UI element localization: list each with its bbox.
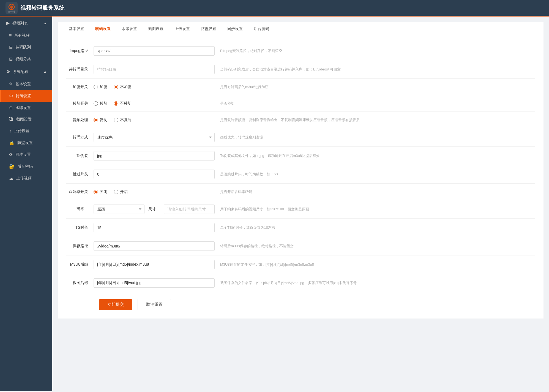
sidebar-item-label: 转码队列 (15, 45, 31, 50)
radio-encrypt-yes[interactable]: 加密 (94, 85, 107, 89)
sidebar-item-upload-settings[interactable]: ↑ 上传设置 (0, 125, 52, 137)
hint-pending-dir: 当转码队列完成后，会自动对该目录进行转码并入库，如：E:/videos/ 可留空 (215, 67, 535, 72)
radio-dual-on[interactable]: 开启 (114, 189, 128, 194)
hint-screenshot-suffix: 截图保存的文件名字，如：[年]/[月]/[日]/[md5]/vod.jpg，多张… (215, 281, 535, 285)
control-ts-duration (94, 223, 215, 232)
hint-ffmpeg-path: Ffmpeg安装路径，绝对路径，不能留空 (215, 48, 535, 53)
form-row-dual-bitrate: 双码率开关 关闭 开启 是否开启多码率转码 (66, 184, 535, 200)
hint-encrypt: 是否对转码后的m3u8进行加密 (215, 85, 535, 89)
hint-bitrate-one: 用于约束转码后的视频尺寸，如320x180，留空则是原画 (215, 207, 535, 212)
input-screenshot-suffix[interactable] (94, 278, 215, 288)
control-m3u8-suffix (94, 260, 215, 269)
sidebar-item-transcode-queue[interactable]: ⊞ 转码队列 (0, 41, 52, 53)
radio-audio-nocopy-input[interactable] (114, 118, 118, 122)
sidebar-item-all-videos[interactable]: ≡ 所有视频 (0, 30, 52, 41)
hint-ts-disguise: Ts伪装成其他文件，如：jpg，该功能只在开启m3u8防盗后有效 (215, 153, 535, 158)
video-list-icon: ▶ (6, 21, 10, 25)
form-row-screenshot-suffix: 截图后缀 截图保存的文件名字，如：[年]/[月]/[日]/[md5]/vod.j… (66, 274, 535, 292)
radio-secondcut-yes[interactable]: 秒切 (94, 101, 107, 106)
tab-screenshot[interactable]: 截图设置 (143, 22, 169, 36)
radio-dual-on-label: 开启 (120, 189, 128, 194)
tab-backend-pwd[interactable]: 后台密码 (248, 22, 275, 36)
sidebar-item-anti-theft-settings[interactable]: 🔒 防盗设置 (0, 137, 52, 149)
bitrate-one-select-wrap: 原画 1080P 720P 480P 360P (94, 205, 144, 214)
control-bitrate-one: 原画 1080P 720P 480P 360P 尺寸一 (94, 205, 215, 214)
radio-encrypt-no-input[interactable] (114, 85, 118, 89)
label-encrypt: 加密开关 (66, 85, 94, 89)
sidebar-item-upload-video[interactable]: ☁ 上传视频 (0, 172, 52, 184)
hint-dual-bitrate: 是否开启多码率转码 (215, 189, 535, 194)
label-ts-disguise: Ts伪装 (66, 153, 94, 158)
radio-secondcut-no-input[interactable] (114, 101, 118, 106)
radio-group-secondcut: 秒切 不秒切 (94, 101, 132, 106)
radio-audio-copy-input[interactable] (94, 118, 98, 122)
sidebar-section-label: ▶视频列表 (6, 20, 28, 26)
logo: 云转码 视频转码服务系统 (6, 2, 64, 14)
radio-encrypt-no[interactable]: 不加密 (114, 85, 132, 89)
all-videos-icon: ≡ (9, 33, 12, 38)
control-ts-disguise (94, 151, 215, 160)
tab-transcode[interactable]: 转码设置 (90, 22, 116, 36)
sidebar-item-video-category[interactable]: ⊟ 视频分类 (0, 53, 52, 65)
control-save-path (94, 241, 215, 251)
tab-watermark[interactable]: 水印设置 (116, 22, 143, 36)
sidebar-item-transcode-settings[interactable]: ⚙ 转码设置 (0, 90, 52, 102)
radio-group-dual-bitrate: 关闭 开启 (94, 189, 128, 194)
radio-encrypt-yes-input[interactable] (94, 85, 98, 89)
select-transcode-mode[interactable]: 速度优先 画质优先 (94, 133, 215, 142)
form-row-ts-duration: TS时长 单个TS的时长，建议设置为10左右 (66, 219, 535, 237)
tab-upload[interactable]: 上传设置 (169, 22, 195, 36)
sidebar-item-watermark-settings[interactable]: ⊕ 水印设置 (0, 102, 52, 114)
input-size-one[interactable] (164, 205, 215, 214)
hint-ts-duration: 单个TS的时长，建议设置为10左右 (215, 225, 535, 230)
sidebar-item-sync-settings[interactable]: ⟳ 同步设置 (0, 149, 52, 160)
radio-secondcut-no[interactable]: 不秒切 (114, 101, 132, 106)
tab-sync[interactable]: 同步设置 (222, 22, 248, 36)
screenshot-settings-icon: 🖼 (9, 117, 13, 122)
label-secondcut: 秒切开关 (66, 101, 94, 106)
radio-audio-copy[interactable]: 复制 (94, 118, 107, 122)
submit-button[interactable]: 立即提交 (99, 299, 132, 310)
radio-dual-off-input[interactable] (94, 190, 98, 194)
sidebar-item-system-config[interactable]: ⚙系统配置 ▲ (0, 65, 52, 78)
radio-secondcut-yes-input[interactable] (94, 101, 98, 106)
label-ffmpeg-path: ffmpeg路径 (66, 48, 94, 53)
input-skip-header[interactable] (94, 170, 215, 179)
sidebar-item-label: 后台密码 (17, 164, 33, 169)
sidebar-item-basic-settings[interactable]: ✎ 基本设置 (0, 78, 52, 90)
tab-basic[interactable]: 基本设置 (63, 22, 90, 36)
control-dual-bitrate: 关闭 开启 (94, 189, 215, 194)
label-audio: 音频处理 (66, 118, 94, 122)
radio-dual-off[interactable]: 关闭 (94, 189, 107, 194)
sidebar: ▶视频列表 ▲ ≡ 所有视频 ⊞ 转码队列 ⊟ 视频分类 ⚙系统配置 ▲ ✎ 基… (0, 17, 52, 391)
label-transcode-mode: 转码方式 (66, 135, 94, 140)
input-ts-disguise[interactable] (94, 151, 215, 160)
sidebar-item-label: 同步设置 (15, 152, 31, 157)
hint-transcode-mode: 画质优先，转码速度则变慢 (215, 135, 535, 140)
radio-audio-nocopy[interactable]: 不复制 (114, 118, 132, 122)
sidebar-item-label: 视频分类 (15, 57, 31, 62)
sidebar-item-label: 截图设置 (16, 117, 32, 122)
form-row-ffmpeg-path: ffmpeg路径 Ffmpeg安装路径，绝对路径，不能留空 (66, 42, 535, 60)
label-dual-bitrate: 双码率开关 (66, 189, 94, 194)
control-audio: 复制 不复制 (94, 118, 215, 122)
sidebar-item-video-list[interactable]: ▶视频列表 ▲ (0, 17, 52, 30)
watermark-settings-icon: ⊕ (9, 105, 13, 110)
sidebar-item-label: 上传视频 (16, 176, 32, 181)
reset-button[interactable]: 取消重置 (138, 299, 171, 310)
sidebar-item-backend-password[interactable]: 🔐 后台密码 (0, 160, 52, 172)
svg-text:云转码: 云转码 (8, 10, 15, 13)
select-bitrate-one[interactable]: 原画 1080P 720P 480P 360P (94, 205, 144, 214)
input-m3u8-suffix[interactable] (94, 260, 215, 269)
hint-secondcut: 是否秒切 (215, 101, 535, 106)
size-one-label: 尺寸一 (148, 207, 160, 212)
hint-save-path: 转码后m3u8保存的路径，绝对路径，不能留空 (215, 244, 535, 249)
label-m3u8-suffix: M3U8后缀 (66, 262, 94, 267)
radio-dual-on-input[interactable] (114, 190, 118, 194)
input-ffmpeg-path[interactable] (94, 46, 215, 56)
input-pending-dir[interactable] (94, 65, 215, 74)
sidebar-item-screenshot-settings[interactable]: 🖼 截图设置 (0, 114, 52, 125)
tab-anti-theft[interactable]: 防盗设置 (195, 22, 222, 36)
input-ts-duration[interactable] (94, 223, 215, 232)
input-save-path[interactable] (94, 241, 215, 251)
